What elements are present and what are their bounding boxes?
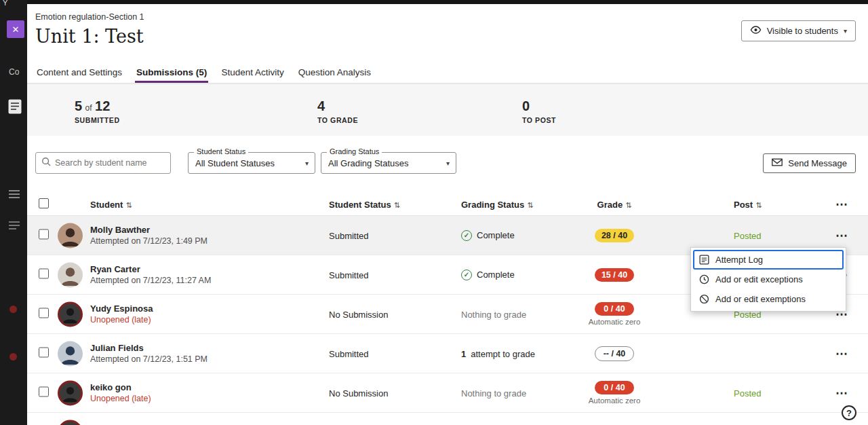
grading-status-cell: ✓ Complete — [461, 270, 515, 280]
sidebar-clipped-text: Y — [3, 0, 7, 7]
submitted-label: SUBMITTED — [75, 116, 120, 124]
submitted-count: 5 — [75, 98, 82, 113]
to-grade-count: 4 — [317, 98, 325, 113]
student-name: Ryan Carter — [90, 264, 211, 275]
grading-status-cell: ✓ Complete — [461, 230, 515, 241]
question-mark-icon: ? — [846, 408, 852, 418]
student-name: Yudy Espinosa — [90, 303, 153, 314]
column-header-student[interactable]: Student⇅ — [90, 200, 132, 210]
attempt-log-icon — [698, 255, 709, 265]
search-icon — [41, 157, 51, 169]
page-title: Unit 1: Test — [35, 26, 144, 47]
send-message-button[interactable]: Send Message — [763, 153, 856, 173]
tab-label: Submissions (5) — [136, 67, 207, 77]
close-panel-button[interactable]: ✕ — [7, 20, 24, 38]
column-header-label: Student Status — [329, 200, 391, 210]
send-message-label: Send Message — [788, 158, 847, 168]
row-context-menu: Attempt Log Add or edit exceptions Add o… — [690, 247, 846, 312]
tab-student-activity[interactable]: Student Activity — [220, 61, 285, 83]
panel-header: Emotion regulation-Section 1 Unit 1: Tes… — [27, 4, 868, 61]
grade-note: Automatic zero — [589, 318, 641, 326]
grade-pill[interactable]: -- / 40 — [595, 346, 634, 361]
column-header-post[interactable]: Post⇅ — [734, 200, 762, 210]
attempt-info: Attempted on 7/12/23, 1:49 PM — [90, 236, 208, 246]
tab-label: Student Activity — [221, 67, 283, 77]
column-header-student-status[interactable]: Student Status⇅ — [329, 200, 400, 210]
grade-pill[interactable]: 15 / 40 — [595, 268, 634, 282]
sort-icon: ⇅ — [125, 201, 132, 209]
student-name-cell[interactable]: keiko gon Unopened (late) — [90, 382, 151, 404]
grading-status-text: Complete — [477, 230, 515, 240]
avatar — [58, 341, 83, 366]
clock-icon — [698, 274, 709, 284]
grading-status-text: Nothing to grade — [461, 388, 526, 398]
table-header-row: Student⇅ Student Status⇅ Grading Status⇅… — [27, 191, 868, 216]
grade-pill[interactable]: 0 / 40 — [595, 381, 634, 394]
to-grade-label: TO GRADE — [317, 116, 358, 124]
grading-status-select[interactable]: Grading Status All Grading Statuses ▾ — [321, 152, 456, 174]
menu-item-add-exceptions[interactable]: Add or edit exceptions — [693, 270, 844, 289]
status-dot-icon — [9, 306, 17, 313]
list-icon — [9, 189, 20, 201]
avatar — [58, 420, 83, 425]
post-status[interactable]: Posted — [734, 230, 761, 240]
row-checkbox[interactable] — [39, 268, 49, 278]
grade-pill[interactable]: 28 / 40 — [595, 229, 634, 242]
row-options-button[interactable]: ⋯ — [835, 390, 848, 396]
row-checkbox[interactable] — [39, 347, 49, 357]
attempt-info: Unopened (late) — [90, 314, 153, 325]
grading-status-text: Complete — [477, 270, 515, 280]
row-options-button[interactable]: ⋯ — [835, 232, 848, 239]
search-input[interactable] — [55, 158, 165, 168]
tab-label: Content and Settings — [37, 67, 122, 77]
row-checkbox[interactable] — [39, 229, 49, 239]
attempt-info: Attempted on 7/12/23, 1:51 PM — [90, 354, 208, 365]
student-name: Molly Bawther — [90, 225, 208, 236]
post-status[interactable]: Posted — [734, 388, 761, 398]
visibility-dropdown-button[interactable]: Visible to students ▾ — [741, 20, 856, 41]
column-header-label: Post — [734, 200, 753, 210]
help-button[interactable]: ? — [842, 405, 856, 420]
tab-question-analysis[interactable]: Question Analysis — [297, 61, 372, 83]
grade-pill[interactable]: 0 / 40 — [595, 302, 634, 316]
row-checkbox[interactable] — [39, 386, 49, 396]
row-options-button[interactable]: ⋯ — [835, 350, 848, 357]
breadcrumb-course-name: Emotion regulation-Section 1 — [35, 12, 144, 22]
close-icon: ✕ — [12, 24, 20, 35]
avatar — [58, 380, 83, 405]
sort-icon: ⇅ — [625, 201, 631, 209]
column-header-grading-status[interactable]: Grading Status⇅ — [461, 200, 533, 210]
menu-item-add-exemptions[interactable]: Add or edit exemptions — [693, 289, 844, 309]
student-name-cell[interactable]: Molly Bawther Attempted on 7/12/23, 1:49… — [90, 225, 208, 246]
row-options-button[interactable]: ⋯ — [835, 311, 848, 318]
student-status-select[interactable]: Student Status All Student Statuses ▾ — [188, 152, 315, 174]
column-header-label: Student — [90, 200, 123, 210]
submitted-total: 12 — [95, 98, 110, 113]
stat-to-grade: 4 TO GRADE — [317, 98, 358, 124]
student-name-cell[interactable]: Julian Fields Attempted on 7/12/23, 1:51… — [90, 343, 208, 365]
table-row: Julian Fields Attempted on 7/12/23, 1:51… — [27, 334, 868, 373]
assessment-panel: Emotion regulation-Section 1 Unit 1: Tes… — [27, 4, 868, 425]
grading-status-text: attempt to grade — [471, 348, 535, 358]
to-post-count: 0 — [522, 98, 530, 113]
grading-status-cell: Nothing to grade — [461, 309, 526, 319]
row-checkbox[interactable] — [39, 308, 49, 318]
table-options-button[interactable]: ⋯ — [835, 201, 848, 208]
tab-submissions[interactable]: Submissions (5) — [135, 61, 208, 83]
avatar — [58, 262, 83, 287]
column-header-label: Grade — [597, 200, 623, 210]
grading-status-cell: 1 attempt to grade — [461, 348, 535, 358]
tab-bar: Content and Settings Submissions (5) Stu… — [27, 61, 868, 84]
filter-toolbar: Student Status All Student Statuses ▾ Gr… — [27, 136, 868, 191]
student-status-cell: No Submission — [329, 309, 388, 319]
select-all-checkbox[interactable] — [39, 198, 49, 208]
menu-item-attempt-log[interactable]: Attempt Log — [693, 250, 844, 270]
column-header-grade[interactable]: Grade⇅ — [578, 200, 651, 210]
tab-content-and-settings[interactable]: Content and Settings — [35, 61, 123, 83]
student-name: keiko gon — [90, 382, 151, 393]
grading-status-select-value: All Grading Statuses — [328, 158, 409, 168]
envelope-icon — [772, 158, 783, 168]
student-name-cell[interactable]: Ryan Carter Attempted on 7/12/23, 11:27 … — [90, 264, 211, 286]
table-row-partial — [27, 413, 868, 425]
student-name-cell[interactable]: Yudy Espinosa Unopened (late) — [90, 303, 153, 325]
